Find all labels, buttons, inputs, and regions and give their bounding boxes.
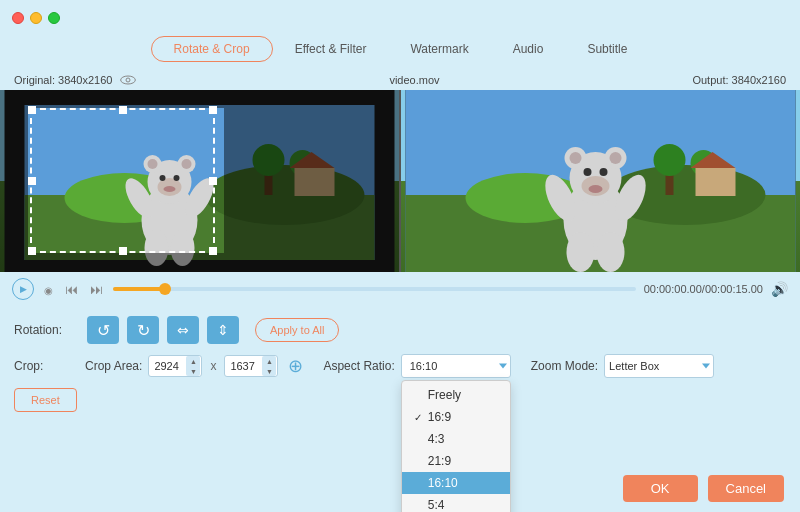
- crop-center-button[interactable]: ⊕: [284, 355, 307, 377]
- ok-button[interactable]: OK: [623, 475, 698, 502]
- zoom-mode-label: Zoom Mode:: [531, 359, 598, 373]
- progress-bar[interactable]: [113, 287, 636, 291]
- crop-handle-bm[interactable]: [119, 247, 127, 255]
- cancel-button[interactable]: Cancel: [708, 475, 784, 502]
- apply-to-all-button[interactable]: Apply to All: [255, 318, 339, 342]
- output-preview: [399, 90, 800, 272]
- aspect-option-5-4[interactable]: 5:4: [402, 494, 510, 512]
- infobar: Original: 3840x2160 video.mov Output: 38…: [0, 70, 800, 90]
- aspect-option-16-9[interactable]: ✓16:9: [402, 406, 510, 428]
- rotate-right-icon: ↻: [137, 321, 150, 340]
- aspect-ratio-section: Aspect Ratio: 16:10 Freely ✓16:9 4:3: [323, 354, 510, 378]
- aspect-ratio-popup: Freely ✓16:9 4:3 21:9 16:10: [401, 380, 511, 512]
- original-resolution: Original: 3840x2160: [14, 74, 112, 86]
- crop-width-wrap: ▲ ▼: [148, 355, 202, 377]
- crop-handle-tr[interactable]: [209, 106, 217, 114]
- crop-width-down[interactable]: ▼: [186, 366, 200, 376]
- next-frame-button[interactable]: ⏭: [88, 281, 105, 297]
- svg-point-33: [654, 144, 686, 176]
- svg-point-51: [597, 232, 625, 272]
- crosshair-icon: ⊕: [288, 356, 303, 376]
- rotate-left-icon: ↺: [97, 321, 110, 340]
- current-time: 00:00:00.00: [644, 283, 702, 295]
- progress-thumb[interactable]: [159, 283, 171, 295]
- transport-bar: ▶ ◉ ⏮ ⏭ 00:00:00.00/00:00:15.00 🔊: [0, 272, 800, 306]
- stop-button[interactable]: ◉: [42, 281, 55, 297]
- aspect-option-16-10[interactable]: 16:10: [402, 472, 510, 494]
- crop-width-up[interactable]: ▲: [186, 356, 200, 366]
- crop-height-up[interactable]: ▲: [262, 356, 276, 366]
- svg-point-46: [600, 168, 608, 176]
- rotate-left-button[interactable]: ↺: [87, 316, 119, 344]
- crop-handle-tl[interactable]: [28, 106, 36, 114]
- crop-handle-mr[interactable]: [209, 177, 217, 185]
- output-resolution: Output: 3840x2160: [692, 74, 786, 86]
- rotate-right-button[interactable]: ↻: [127, 316, 159, 344]
- check-21-9: [414, 456, 428, 467]
- rotation-row: Rotation: ↺ ↻ ⇔ ⇕ Apply to All: [14, 316, 786, 344]
- close-button[interactable]: [12, 12, 24, 24]
- svg-point-47: [589, 185, 603, 193]
- output-scene: [401, 90, 800, 272]
- check-freely: [414, 390, 428, 401]
- tab-watermark[interactable]: Watermark: [388, 36, 490, 62]
- crop-handle-ml[interactable]: [28, 177, 36, 185]
- tab-effect-filter[interactable]: Effect & Filter: [273, 36, 389, 62]
- svg-point-50: [567, 232, 595, 272]
- crop-handle-br[interactable]: [209, 247, 217, 255]
- stop-icon: ◉: [44, 285, 53, 296]
- crop-dark-bottom: [0, 253, 399, 272]
- filename: video.mov: [389, 74, 439, 86]
- crop-handle-bl[interactable]: [28, 247, 36, 255]
- maximize-button[interactable]: [48, 12, 60, 24]
- original-preview: [0, 90, 399, 272]
- prev-frame-button[interactable]: ⏮: [63, 281, 80, 297]
- rotation-label: Rotation:: [14, 323, 79, 337]
- aspect-option-21-9[interactable]: 21:9: [402, 450, 510, 472]
- crop-dark-left: [0, 108, 28, 253]
- total-time: 00:00:15.00: [705, 283, 763, 295]
- eye-icon[interactable]: [120, 75, 136, 85]
- crop-area-label: Crop Area:: [85, 359, 142, 373]
- svg-rect-36: [696, 168, 736, 196]
- volume-icon[interactable]: 🔊: [771, 281, 788, 297]
- tab-audio[interactable]: Audio: [491, 36, 566, 62]
- crop-handle-tm[interactable]: [119, 106, 127, 114]
- tab-subtitle[interactable]: Subtitle: [565, 36, 649, 62]
- svg-point-43: [610, 152, 622, 164]
- zoom-dropdown-wrap: Letter Box: [604, 354, 714, 378]
- zoom-mode-dropdown[interactable]: Letter Box: [604, 354, 714, 378]
- check-5-4: [414, 500, 428, 511]
- minimize-button[interactable]: [30, 12, 42, 24]
- x-separator: x: [208, 359, 218, 373]
- flip-horizontal-button[interactable]: ⇔: [167, 316, 199, 344]
- zoom-mode-section: Zoom Mode: Letter Box: [531, 354, 714, 378]
- tab-rotate-crop[interactable]: Rotate & Crop: [151, 36, 273, 62]
- reset-button[interactable]: Reset: [14, 388, 77, 412]
- crop-overlay[interactable]: [30, 108, 215, 253]
- play-button[interactable]: ▶: [12, 278, 34, 300]
- aspect-option-freely[interactable]: Freely: [402, 384, 510, 406]
- crop-height-wrap: ▲ ▼: [224, 355, 278, 377]
- tabbar: Rotate & Crop Effect & Filter Watermark …: [0, 36, 800, 70]
- prev-icon: ⏮: [65, 282, 78, 297]
- flip-vertical-button[interactable]: ⇕: [207, 316, 239, 344]
- next-icon: ⏭: [90, 282, 103, 297]
- crop-dark-top: [0, 90, 399, 108]
- aspect-ratio-dropdown[interactable]: 16:10: [401, 354, 511, 378]
- crop-width-spinners: ▲ ▼: [186, 356, 200, 376]
- aspect-option-4-3[interactable]: 4:3: [402, 428, 510, 450]
- svg-point-45: [584, 168, 592, 176]
- traffic-lights: [12, 12, 60, 24]
- controls: Rotation: ↺ ↻ ⇔ ⇕ Apply to All Crop: Cro…: [0, 306, 800, 420]
- crop-height-spinners: ▲ ▼: [262, 356, 276, 376]
- titlebar: [0, 0, 800, 36]
- aspect-ratio-label: Aspect Ratio:: [323, 359, 394, 373]
- svg-point-1: [126, 78, 130, 82]
- time-display: 00:00:00.00/00:00:15.00: [644, 283, 763, 295]
- crop-height-down[interactable]: ▼: [262, 366, 276, 376]
- check-16-10: [414, 478, 428, 489]
- bottom-bar: OK Cancel: [607, 465, 800, 512]
- svg-point-41: [570, 152, 582, 164]
- svg-point-0: [121, 76, 136, 84]
